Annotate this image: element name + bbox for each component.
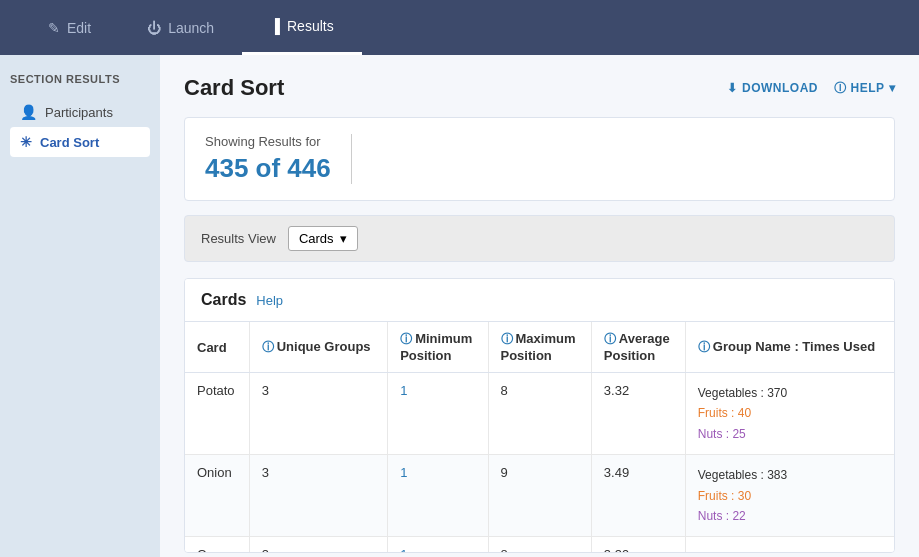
cards-table: Card ⓘUnique Groups ⓘMinimumPosition ⓘMa… — [185, 322, 894, 552]
dropdown-chevron-icon: ▾ — [340, 231, 347, 246]
launch-icon: ⏻ — [147, 20, 161, 36]
results-view-label: Results View — [201, 231, 276, 246]
cell-unique-groups: 3 — [249, 455, 387, 537]
cards-section-header: Cards Help — [185, 279, 894, 322]
results-banner: Showing Results for 435 of 446 — [184, 117, 895, 201]
cards-table-wrapper[interactable]: Card ⓘUnique Groups ⓘMinimumPosition ⓘMa… — [185, 322, 894, 552]
sidebar-item-cardsort[interactable]: ✳ Card Sort — [10, 127, 150, 157]
cell-group-names: Vegetables : 383Fruits : 30Nuts : 22 — [685, 455, 894, 537]
help-label: HELP — [850, 81, 884, 95]
cell-max-position: 8 — [488, 373, 591, 455]
col-group-name: ⓘGroup Name : Times Used — [685, 322, 894, 373]
sidebar-item-participants[interactable]: 👤 Participants — [10, 97, 150, 127]
edit-icon: ✎ — [48, 20, 60, 36]
results-info: Showing Results for 435 of 446 — [205, 134, 331, 184]
table-row: Corn 3 1 8 3.39 Vegetables : 343Fruits :… — [185, 537, 894, 552]
sidebar-cardsort-label: Card Sort — [40, 135, 99, 150]
page-title: Card Sort — [184, 75, 284, 101]
top-navigation: ✎ Edit ⏻ Launch ▐ Results — [0, 0, 919, 55]
cell-card: Onion — [185, 455, 249, 537]
cell-max-position: 8 — [488, 537, 591, 552]
cell-avg-position: 3.49 — [591, 455, 685, 537]
cell-card: Corn — [185, 537, 249, 552]
sidebar: SECTION RESULTS 👤 Participants ✳ Card So… — [0, 55, 160, 557]
nav-results[interactable]: ▐ Results — [242, 0, 362, 55]
download-icon: ⬇ — [727, 81, 738, 95]
col-card: Card — [185, 322, 249, 373]
cell-card: Potato — [185, 373, 249, 455]
header-actions: ⬇ DOWNLOAD ⓘ HELP ▾ — [727, 80, 895, 97]
nav-results-label: Results — [287, 18, 334, 34]
cards-heading: Cards — [201, 291, 246, 309]
results-count: 435 of 446 — [205, 153, 331, 184]
table-row: Onion 3 1 9 3.49 Vegetables : 383Fruits … — [185, 455, 894, 537]
participants-icon: 👤 — [20, 104, 37, 120]
table-header-row: Card ⓘUnique Groups ⓘMinimumPosition ⓘMa… — [185, 322, 894, 373]
results-view-dropdown[interactable]: Cards ▾ — [288, 226, 358, 251]
cell-group-names: Vegetables : 370Fruits : 40Nuts : 25 — [685, 373, 894, 455]
cell-max-position: 9 — [488, 455, 591, 537]
nav-edit[interactable]: ✎ Edit — [20, 0, 119, 55]
results-icon: ▐ — [270, 18, 280, 34]
cell-avg-position: 3.39 — [591, 537, 685, 552]
cards-help-link[interactable]: Help — [256, 293, 283, 308]
cell-min-position: 1 — [388, 373, 488, 455]
col-min-position: ⓘMinimumPosition — [388, 322, 488, 373]
help-icon: ⓘ — [834, 80, 847, 97]
col-avg-position: ⓘAveragePosition — [591, 322, 685, 373]
cell-avg-position: 3.32 — [591, 373, 685, 455]
download-label: DOWNLOAD — [742, 81, 818, 95]
main-content: Card Sort ⬇ DOWNLOAD ⓘ HELP ▾ Showing Re… — [160, 55, 919, 557]
results-view-bar: Results View Cards ▾ — [184, 215, 895, 262]
cell-min-position: 1 — [388, 455, 488, 537]
nav-launch-label: Launch — [168, 20, 214, 36]
cell-unique-groups: 3 — [249, 373, 387, 455]
content-header: Card Sort ⬇ DOWNLOAD ⓘ HELP ▾ — [184, 75, 895, 101]
col-unique-groups: ⓘUnique Groups — [249, 322, 387, 373]
nav-edit-label: Edit — [67, 20, 91, 36]
sidebar-section-title: SECTION RESULTS — [10, 73, 150, 85]
results-divider — [351, 134, 352, 184]
cardsort-icon: ✳ — [20, 134, 32, 150]
help-button[interactable]: ⓘ HELP ▾ — [834, 80, 895, 97]
results-label: Showing Results for — [205, 134, 331, 149]
main-layout: SECTION RESULTS 👤 Participants ✳ Card So… — [0, 55, 919, 557]
cell-unique-groups: 3 — [249, 537, 387, 552]
download-button[interactable]: ⬇ DOWNLOAD — [727, 81, 818, 95]
chevron-down-icon: ▾ — [889, 81, 896, 95]
table-row: Potato 3 1 8 3.32 Vegetables : 370Fruits… — [185, 373, 894, 455]
nav-launch[interactable]: ⏻ Launch — [119, 0, 242, 55]
results-view-value: Cards — [299, 231, 334, 246]
col-max-position: ⓘMaximumPosition — [488, 322, 591, 373]
cell-group-names: Vegetables : 343Fruits : 50Nuts : 42 — [685, 537, 894, 552]
cell-min-position: 1 — [388, 537, 488, 552]
sidebar-participants-label: Participants — [45, 105, 113, 120]
cards-section: Cards Help Card ⓘUnique Groups ⓘMinimumP… — [184, 278, 895, 553]
